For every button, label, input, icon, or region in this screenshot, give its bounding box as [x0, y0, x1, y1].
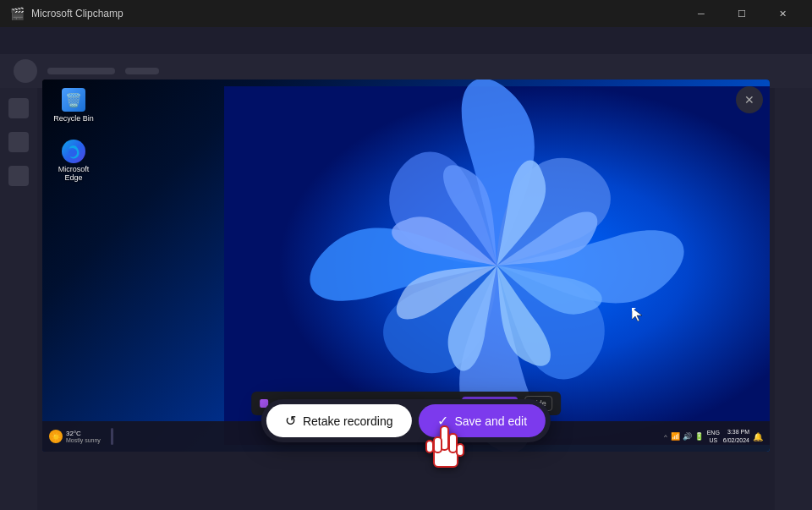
- app-icon: 🎬: [10, 7, 25, 20]
- save-and-edit-button[interactable]: ✓ Save and edit: [419, 404, 546, 437]
- app-title: Microsoft Clipchamp: [31, 8, 123, 19]
- network-icon: 📶: [671, 432, 680, 441]
- sidebar-item-3: [8, 166, 29, 186]
- toolbar-label: [47, 68, 115, 74]
- left-sidebar: [0, 88, 37, 510]
- toolbar-item: [14, 59, 37, 83]
- sidebar-item-2: [8, 132, 29, 152]
- recording-preview: 🗑️ Recycle Bin MicrosoftEdge: [42, 80, 770, 452]
- save-label: Save and edit: [455, 414, 528, 428]
- edge-icon-item: MicrosoftEdge: [52, 140, 95, 183]
- clock: 3:38 PM 6/02/2024: [723, 428, 749, 445]
- action-buttons-container: ↺ Retake recording ✓ Save and edit: [261, 399, 551, 442]
- time: 3:38 PM: [723, 428, 749, 436]
- desktop-screenshot: 🗑️ Recycle Bin MicrosoftEdge: [42, 80, 770, 452]
- preview-close-button[interactable]: ✕: [736, 86, 763, 113]
- titlebar: 🎬 Microsoft Clipchamp ─ ☐ ✕: [0, 0, 812, 27]
- retake-icon: ↺: [285, 413, 296, 429]
- temperature: 32°C: [66, 430, 101, 437]
- weather-info: 32°C Mostly sunny: [66, 430, 101, 443]
- tray-icons: 📶 🔊 🔋: [671, 432, 704, 441]
- weather-widget: ☀️ 32°C Mostly sunny: [49, 430, 101, 443]
- app-background: 🗑️ Recycle Bin MicrosoftEdge: [0, 27, 812, 510]
- titlebar-left: 🎬 Microsoft Clipchamp: [10, 7, 123, 20]
- taskbar-apps: [111, 428, 113, 445]
- retake-recording-button[interactable]: ↺ Retake recording: [266, 404, 412, 437]
- condition: Mostly sunny: [66, 437, 101, 443]
- sound-icon: 🔊: [683, 432, 692, 441]
- save-icon: ✓: [437, 413, 448, 429]
- region: US: [707, 436, 720, 444]
- maximize-button[interactable]: ☐: [722, 0, 761, 27]
- close-button[interactable]: ✕: [763, 0, 802, 27]
- desktop-icons-container: 🗑️ Recycle Bin MicrosoftEdge: [52, 88, 95, 183]
- retake-label: Retake recording: [303, 414, 393, 428]
- date: 6/02/2024: [723, 436, 749, 445]
- sidebar-item-1: [8, 98, 29, 118]
- edge-label: MicrosoftEdge: [58, 166, 90, 183]
- recycle-bin-icon: 🗑️ Recycle Bin: [52, 88, 95, 123]
- tray-chevron: ^: [664, 433, 667, 441]
- titlebar-controls: ─ ☐ ✕: [682, 0, 802, 27]
- taskbar-divider: [111, 428, 113, 445]
- lang: ENG: [707, 429, 720, 436]
- taskbar-tray: ^ 📶 🔊 🔋 ENG US 3:38 PM 6/02/2024 🔔: [664, 428, 763, 445]
- toolbar-value: [125, 68, 159, 74]
- weather-icon: ☀️: [49, 430, 63, 443]
- edge-image: [62, 140, 85, 163]
- minimize-button[interactable]: ─: [682, 0, 721, 27]
- lang-region: ENG US: [707, 429, 720, 444]
- recycle-bin-image: 🗑️: [62, 88, 85, 112]
- recycle-bin-label: Recycle Bin: [53, 114, 94, 123]
- battery-icon: 🔋: [694, 432, 704, 441]
- notification-icon: 🔔: [753, 432, 763, 441]
- right-sidebar: [775, 88, 812, 510]
- taskbar-left: ☀️ 32°C Mostly sunny: [49, 428, 113, 445]
